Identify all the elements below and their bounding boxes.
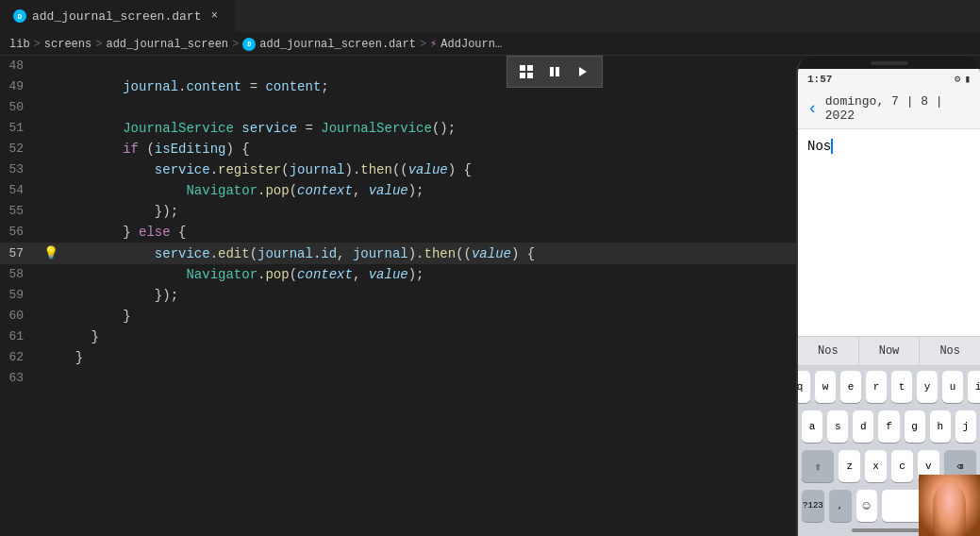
pause-button[interactable] (541, 60, 568, 83)
tab-bar: D add_journal_screen.dart × (0, 0, 980, 33)
active-tab[interactable]: D add_journal_screen.dart × (0, 0, 236, 32)
phone-top-bar (798, 56, 980, 69)
status-time: 1:57 (807, 74, 832, 85)
line-num-53: 53 (0, 159, 42, 180)
code-content-55: }); (59, 201, 777, 222)
key-w[interactable]: w (815, 371, 836, 403)
status-icons: ⚙ ▮ (955, 73, 971, 85)
line-num-63: 63 (0, 368, 42, 389)
breadcrumb-class[interactable]: AddJourn… (440, 38, 502, 51)
breadcrumb: lib > screens > add_journal_screen > D a… (0, 33, 980, 56)
key-y[interactable]: y (917, 371, 938, 403)
code-content-62: } (59, 347, 777, 368)
main-content: 48 49 journal.content = content; 50 51 (0, 56, 980, 536)
code-line-56: 56 } else { (0, 222, 796, 243)
breadcrumb-lib[interactable]: lib (9, 38, 30, 51)
svg-rect-4 (550, 67, 554, 76)
key-a[interactable]: a (802, 410, 822, 443)
sep4: > (420, 38, 426, 51)
svg-rect-5 (556, 67, 559, 76)
phone-speaker (871, 61, 908, 65)
line-num-56: 56 (0, 222, 42, 243)
line-num-48: 48 (0, 56, 42, 76)
autocomplete-item-2[interactable]: Nos (920, 337, 980, 365)
key-g[interactable]: g (905, 410, 925, 443)
line-num-62: 62 (0, 347, 42, 368)
key-x[interactable]: x (865, 450, 887, 482)
phone-back-button[interactable]: ‹ (807, 99, 818, 118)
lightbulb-icon[interactable]: 💡 (43, 246, 58, 260)
emoji-key[interactable]: ☺ (856, 490, 877, 522)
code-line-50: 50 (0, 97, 796, 118)
key-e[interactable]: e (840, 371, 861, 403)
key-r[interactable]: r (866, 371, 887, 403)
code-line-63: 63 (0, 368, 796, 389)
key-d[interactable]: d (853, 410, 873, 443)
line-num-54: 54 (0, 180, 42, 201)
run-button[interactable] (570, 60, 596, 83)
key-h[interactable]: h (930, 410, 951, 443)
key-j[interactable]: j (955, 410, 976, 443)
home-indicator (852, 528, 927, 532)
tab-filename: add_journal_screen.dart (32, 9, 201, 24)
key-i[interactable]: i (968, 371, 980, 403)
breadcrumb-folder[interactable]: add_journal_screen (106, 38, 228, 51)
breadcrumb-file[interactable]: add_journal_screen.dart (259, 38, 416, 51)
code-line-61: 61 } (0, 327, 796, 347)
camera-face (919, 475, 980, 536)
line-num-55: 55 (0, 201, 42, 222)
code-line-60: 60 } (0, 306, 796, 327)
line-num-49: 49 (0, 76, 42, 97)
code-editor[interactable]: 48 49 journal.content = content; 50 51 (0, 56, 796, 536)
svg-rect-3 (527, 73, 533, 78)
phone-mockup: 1:57 ⚙ ▮ ‹ domingo, 7 | 8 | 2022 Nos Nos… (796, 56, 980, 536)
numbers-key[interactable]: ?123 (802, 490, 824, 522)
code-area: 48 49 journal.content = content; 50 51 (0, 56, 796, 389)
code-content-61: } (59, 327, 777, 347)
autocomplete-item-1[interactable]: Now (859, 337, 921, 365)
code-content-58: Navigator.pop(context, value); (59, 264, 777, 285)
settings-icon: ⚙ (955, 73, 961, 85)
key-u[interactable]: u (942, 371, 963, 403)
key-z[interactable]: z (839, 450, 860, 482)
key-s[interactable]: s (827, 410, 848, 443)
line-num-58: 58 (0, 264, 42, 285)
code-line-53: 53 service.register(journal).then((value… (0, 159, 796, 180)
key-t[interactable]: t (891, 371, 912, 403)
key-c[interactable]: c (891, 450, 913, 482)
code-content-60: } (59, 306, 777, 327)
phone-content-area[interactable]: Nos (798, 129, 980, 336)
autocomplete-item-0[interactable]: Nos (798, 337, 859, 365)
line-num-61: 61 (0, 327, 42, 347)
comma-key[interactable]: , (829, 490, 852, 522)
breadcrumb-dart-icon: D (242, 38, 256, 51)
battery-icon: ▮ (964, 73, 971, 85)
line-num-51: 51 (0, 118, 42, 139)
svg-marker-6 (579, 67, 587, 76)
breadcrumb-class-icon: ⚡ (430, 37, 437, 51)
svg-rect-0 (520, 65, 525, 71)
cursor (831, 139, 833, 154)
keyboard-row-1: q w e r t y u i (798, 366, 980, 406)
key-q[interactable]: q (796, 371, 810, 403)
toolbar-overlay (507, 56, 603, 88)
code-line-54: 54 Navigator.pop(context, value); (0, 180, 796, 201)
grid-button[interactable] (513, 60, 540, 83)
breadcrumb-screens[interactable]: screens (44, 38, 91, 51)
code-content-49: journal.content = content; (59, 76, 777, 97)
line-num-57: 57 (0, 243, 42, 264)
sep3: > (232, 38, 239, 51)
shift-key[interactable]: ⇧ (802, 450, 834, 482)
code-content-56: } else { (59, 222, 777, 243)
phone-input-text: Nos (807, 139, 831, 154)
phone-nav-date: domingo, 7 | 8 | 2022 (825, 94, 971, 123)
code-line-48: 48 (0, 56, 796, 76)
code-content-59: }); (59, 285, 777, 306)
autocomplete-bar: Nos Now Nos (798, 336, 980, 366)
key-f[interactable]: f (878, 410, 899, 443)
line-num-59: 59 (0, 285, 42, 306)
sep2: > (95, 38, 102, 51)
line-num-60: 60 (0, 306, 42, 327)
tab-close-button[interactable]: × (207, 8, 222, 24)
code-content-53: service.register(journal).then((value) { (59, 159, 777, 180)
